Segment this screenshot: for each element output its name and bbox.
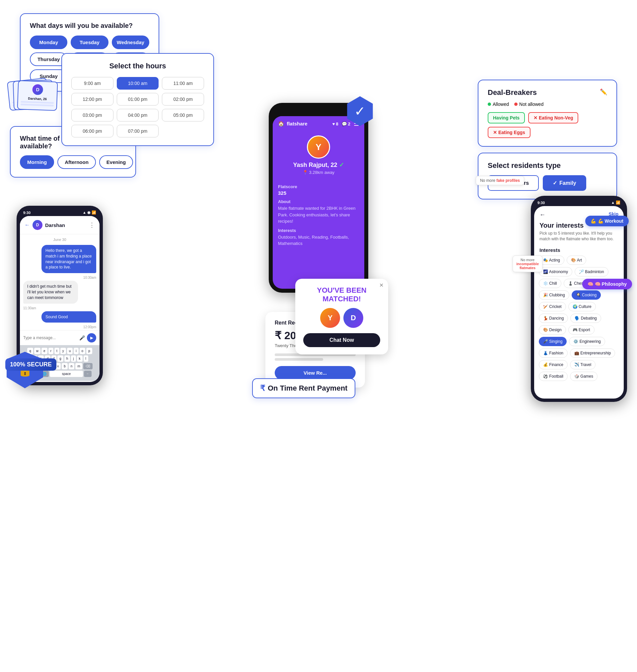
close-icon[interactable]: ✕ [379,282,384,288]
tag-football[interactable]: ⚽ Football [539,372,568,381]
tag-debating[interactable]: 🗣️ Debating [570,314,601,323]
flatscore-label: Flatscore [278,184,359,189]
interests-screen: ← Skip Your interests Pick up to 5 inter… [534,206,624,399]
matched-title: YOU'VE BEEN MATCHED! [303,286,380,303]
more-icon[interactable]: ⋮ [89,221,95,229]
time-10am[interactable]: 10:00 am [117,77,159,90]
message-time-3: 12:00pm [23,325,96,329]
tag-chill[interactable]: ❄️ Chill [539,279,561,288]
chat-avatar: D [33,220,42,230]
edit-icon[interactable]: ✏️ [600,88,607,95]
time-6pm[interactable]: 06:00 pm [71,125,113,138]
tod-morning[interactable]: Morning [20,155,54,169]
tag-singing[interactable]: 🎤 Singing [539,337,567,346]
heart-icon: ♥ [332,122,335,126]
tag-badminton[interactable]: 🏸 Badminton [575,267,608,276]
tag-fashion[interactable]: 👗 Fashion [539,348,568,358]
space-key[interactable]: space [50,371,83,377]
shield-container: 🔒 100% SECURE [7,352,53,388]
tod-afternoon[interactable]: Afternoon [57,155,96,169]
delete-key[interactable]: ⌫ [83,363,93,369]
mic-icon[interactable]: 🎤 [79,335,85,341]
chat-input[interactable] [23,335,77,340]
residents-title: Select residents type [488,161,607,170]
time-5pm[interactable]: 05:00 pm [162,109,204,122]
time-4pm[interactable]: 04:00 pm [117,109,159,122]
matched-avatar-user: Y [320,308,340,328]
legend-allowed: Allowed [488,102,509,107]
tag-dancing[interactable]: 💃 Dancing [539,314,568,323]
day-tuesday[interactable]: Tuesday [71,36,108,49]
family-check-icon: ✓ [553,180,557,186]
about-text: Male flatmate wanted for 2BHK in Green P… [278,205,359,225]
db-tag-nonveg[interactable]: ✕ Eating Non-Veg [528,112,578,124]
tag-culture[interactable]: 🌍 Culture [568,302,596,311]
chat-nav: ← D Darshan ⋮ [20,216,99,234]
db-tag-eggs[interactable]: ✕ Eating Eggs [488,127,530,138]
db-tag-pets[interactable]: Having Pets [488,112,525,124]
interests-phone: 9:30 ▲ 📶 ← Skip Your interests Pick up t… [531,196,627,402]
tag-astronomy[interactable]: 🌌 Astronomy [539,267,572,276]
tod-evening[interactable]: Evening [99,155,133,169]
tag-finance[interactable]: 💰 Finance [539,360,568,369]
matched-modal: ✕ YOU'VE BEEN MATCHED! Y D Chat Now [295,279,388,355]
interests-time: 9:30 [538,201,545,205]
dot-red [514,103,517,106]
interests-phone-frame: 9:30 ▲ 📶 ← Skip Your interests Pick up t… [531,196,627,402]
tag-cooking[interactable]: 🍳 Cooking [572,290,601,299]
rupee-icon: ₹ [260,384,265,393]
tag-design[interactable]: 🎨 Design [539,325,566,334]
res-family[interactable]: ✓ Family [543,175,586,191]
location-icon: 📍 [303,170,308,175]
tag-games[interactable]: 🎲 Games [570,372,598,381]
float-tag-workout[interactable]: 💪 💪 Workout [585,216,629,226]
rent-line-2 [275,358,323,361]
chat-status-bar: 9:30 ▲ ◉ 📶 [20,209,99,216]
view-receipt-button[interactable]: View Re... [275,366,356,380]
interests-label: Interests [278,228,359,233]
time-11am[interactable]: 11:00 am [162,77,204,90]
tag-travel[interactable]: ✈️ Travel [570,360,596,369]
chat-now-button[interactable]: Chat Now [303,333,380,347]
interests-text: Outdoors, Music, Reading, Footballs, Mat… [278,234,359,247]
security-badge: 🔒 100% SECURE [7,352,53,388]
interests-subtitle: Pick up to 5 interest you like. It'll he… [534,231,624,246]
tag-clubbing[interactable]: 🎉 Clubbing [539,290,569,299]
time-2pm[interactable]: 02:00 pm [162,93,204,106]
mini-name-3: Darshan, 26 [21,96,54,101]
on-time-text: ₹ On Time Rent Payment [260,384,347,393]
phone-screen: 🏠 flatshare ♥ 8 💬 2 ☰ Y [273,116,364,289]
profile-mini-3: D Darshan, 26 [17,80,58,111]
back-icon[interactable]: ← [24,222,30,228]
tag-esport[interactable]: 🎮 Esport [568,325,595,334]
time-3pm[interactable]: 03:00 pm [71,109,113,122]
time-12pm[interactable]: 12:00 pm [71,93,113,106]
send-button[interactable]: ▶ [87,333,96,343]
philosophy-icon: 🧠 [587,281,593,287]
tag-entrepreneurship[interactable]: 💼 Entrepreneurship [570,348,615,358]
time-7pm[interactable]: 07:00 pm [117,125,159,138]
mini-avatar-3: D [32,84,43,95]
on-time-banner: ₹ On Time Rent Payment [252,378,355,398]
message-sent-1: Hello there, we got a match i am finding… [41,245,96,273]
float-tag-philosophy[interactable]: 🧠 🧠 Philosophy [582,279,632,289]
interests-back-icon[interactable]: ← [540,212,545,218]
matched-avatars: Y D [303,308,380,328]
tag-engineering[interactable]: ⚙️ Engineering [569,337,605,346]
time-1pm[interactable]: 01:00 pm [117,93,159,106]
time-9am[interactable]: 9:00 am [71,77,113,90]
tag-art[interactable]: 🎨 Art [567,256,586,265]
day-wednesday[interactable]: Wednesday [112,36,149,49]
tag-cricket[interactable]: 🏏 Cricket [539,302,566,311]
secure-text: 100% SECURE [5,358,56,371]
day-monday[interactable]: Monday [30,36,67,49]
chat-date: June 30 [20,234,99,245]
tag-acting[interactable]: 🎭 Acting [539,256,564,265]
interests-status-bar: 9:30 ▲ 📶 [534,199,624,206]
hearts-stat: ♥ 8 [332,122,339,126]
phone-notch [302,107,335,115]
app-logo: 🏠 flatshare [278,121,308,127]
return-key[interactable]: ← [84,371,92,377]
message-time-2: 11:30am [23,306,96,310]
interests-tags: 🎭 Acting 🎨 Art 🌌 Astronomy 🏸 Badminton ❄… [534,256,624,384]
